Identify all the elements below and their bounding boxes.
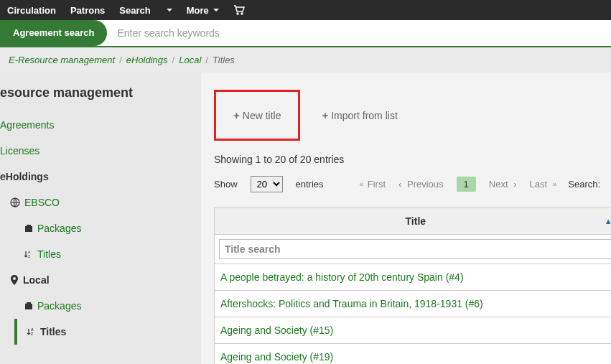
pagination-row: Show 20 entries « First ‹ Previous 1 Nex… (214, 175, 611, 193)
package-icon (24, 302, 33, 310)
chevron-left-icon: ‹ (398, 179, 401, 190)
svg-rect-4 (27, 225, 31, 226)
title-filter-input[interactable] (219, 239, 611, 259)
plus-icon: + (322, 109, 328, 121)
breadcrumb-titles: Titles (213, 55, 235, 65)
chevron-double-left-icon: « (360, 180, 363, 188)
sidebar-local-packages[interactable]: Packages (0, 293, 201, 319)
svg-rect-8 (27, 302, 31, 304)
nav-circulation[interactable]: Circulation (7, 5, 56, 16)
svg-point-1 (241, 13, 243, 14)
entries-info: Showing 1 to 20 of 20 entries (214, 154, 611, 165)
title-link[interactable]: A people betrayed: a history of 20th cen… (220, 271, 464, 283)
sidebar-titles-label: Titles (37, 248, 61, 260)
chevron-double-right-icon: » (553, 180, 556, 188)
previous-page-button[interactable]: ‹ Previous (398, 179, 444, 190)
actions-row: + New title + Import from list (214, 90, 611, 141)
table-search-label: Search: (568, 179, 600, 190)
entries-label: entries (296, 179, 324, 190)
sidebar-local-titles[interactable]: AZ Titles (17, 319, 201, 345)
sidebar-ebsco-packages[interactable]: Packages (0, 215, 201, 241)
table-row: Ageing and Society (#15) (215, 317, 612, 344)
sidebar-ebsco-titles[interactable]: AZ Titles (0, 241, 201, 267)
sidebar-local[interactable]: Local (0, 267, 201, 293)
breadcrumb-local[interactable]: Local (179, 55, 201, 65)
svg-text:Z: Z (28, 254, 30, 258)
sidebar-agreements[interactable]: Agreements (0, 112, 201, 138)
show-label: Show (214, 179, 238, 190)
title-link[interactable]: Aftershocks: Politics and Trauma in Brit… (220, 298, 483, 309)
next-page-button[interactable]: Next › (489, 179, 517, 190)
pin-icon (10, 275, 19, 285)
sidebar-ebsco[interactable]: EBSCO (0, 190, 201, 215)
svg-rect-7 (25, 304, 32, 309)
current-page: 1 (457, 177, 476, 192)
breadcrumb-erm[interactable]: E-Resource management (9, 55, 115, 65)
nav-patrons[interactable]: Patrons (70, 5, 105, 16)
sort-az-icon: AZ (27, 327, 36, 336)
svg-text:Z: Z (31, 332, 33, 336)
sort-asc-icon: ▲ (605, 217, 611, 225)
plus-icon: + (233, 109, 240, 121)
nav-dropdown[interactable] (165, 9, 172, 11)
sidebar-titles-label: Titles (40, 326, 66, 337)
sidebar-packages-label: Packages (37, 223, 81, 234)
caret-down-icon (213, 9, 219, 11)
svg-rect-3 (25, 226, 32, 232)
table-row: Aftershocks: Politics and Trauma in Brit… (215, 291, 612, 317)
breadcrumb-sep: / (119, 55, 122, 65)
nav-cart[interactable] (233, 5, 245, 15)
chevron-right-icon: › (513, 179, 516, 190)
breadcrumb: E-Resource management / eHoldings / Loca… (0, 47, 611, 73)
sidebar-title: esource management (0, 85, 201, 112)
breadcrumb-sep: / (205, 55, 208, 65)
title-column-header[interactable]: Title ▲ (215, 208, 612, 235)
search-bar: Agreement search (0, 20, 611, 47)
sidebar-local-label: Local (23, 274, 50, 286)
sidebar-ebsco-label: EBSCO (24, 197, 60, 208)
search-input[interactable] (107, 20, 611, 46)
new-title-button[interactable]: + New title (226, 105, 288, 126)
import-label: Import from list (331, 110, 398, 121)
titles-table: Title ▲ A people betrayed: a history of … (214, 207, 611, 364)
breadcrumb-eholdings[interactable]: eHoldings (126, 55, 168, 65)
new-title-label: New title (243, 110, 281, 121)
table-row: A people betrayed: a history of 20th cen… (215, 264, 612, 291)
sidebar-eholdings: eHoldings (0, 164, 201, 190)
first-page-button[interactable]: « First (360, 179, 386, 190)
highlight-annotation: + New title (214, 90, 300, 141)
last-page-button[interactable]: Last » (530, 179, 556, 190)
svg-point-0 (237, 13, 238, 14)
nav-more[interactable]: More (187, 5, 219, 16)
caret-down-icon (167, 9, 172, 11)
import-from-list-button[interactable]: + Import from list (314, 105, 404, 126)
package-icon (24, 224, 33, 233)
search-tab-agreement[interactable]: Agreement search (0, 20, 107, 46)
table-row: Ageing and Society (#19) (215, 344, 612, 365)
top-nav: Circulation Patrons Search More (0, 0, 611, 20)
breadcrumb-sep: / (172, 55, 175, 65)
sidebar-packages-label: Packages (37, 300, 81, 312)
nav-search[interactable]: Search (119, 5, 150, 16)
title-link[interactable]: Ageing and Society (#15) (220, 325, 333, 336)
main-content: + New title + Import from list Showing 1… (201, 73, 611, 364)
sort-az-icon: AZ (24, 250, 33, 258)
sidebar: esource management Agreements Licenses e… (0, 73, 201, 364)
cart-icon (233, 5, 245, 15)
title-link[interactable]: Ageing and Society (#19) (220, 351, 333, 363)
sidebar-licenses[interactable]: Licenses (0, 138, 201, 164)
show-select[interactable]: 20 (251, 176, 283, 192)
globe-icon (10, 197, 20, 207)
